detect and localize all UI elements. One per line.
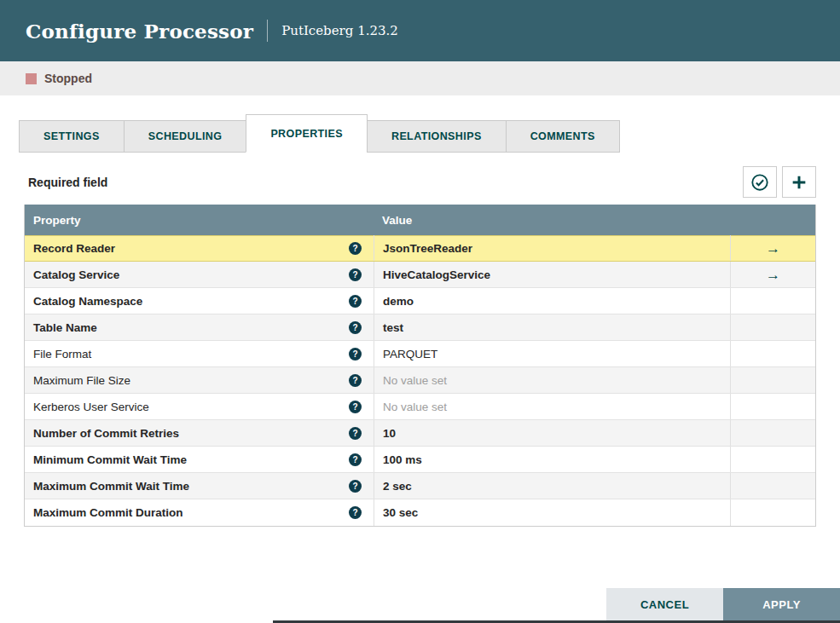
apply-button[interactable]: APPLY: [723, 588, 840, 620]
property-value[interactable]: test: [383, 321, 403, 334]
go-to-service-arrow-icon[interactable]: →: [766, 241, 780, 256]
help-icon[interactable]: ?: [349, 453, 362, 466]
help-icon[interactable]: ?: [349, 427, 362, 440]
table-toolbar: Required field: [24, 166, 816, 198]
table-row[interactable]: Catalog Service?HiveCatalogService→: [25, 262, 815, 288]
property-name: Maximum File Size: [33, 374, 130, 387]
tab-scheduling[interactable]: SCHEDULING: [124, 120, 247, 153]
status-bar: Stopped: [0, 61, 840, 95]
table-row[interactable]: Kerberos User Service?No value set: [25, 394, 815, 420]
table-row[interactable]: Number of Commit Retries?10: [25, 420, 815, 447]
tab-relationships[interactable]: RELATIONSHIPS: [367, 120, 507, 153]
property-value[interactable]: 2 sec: [383, 480, 412, 493]
help-icon[interactable]: ?: [349, 401, 362, 413]
property-name: Table Name: [33, 321, 97, 334]
help-icon[interactable]: ?: [349, 242, 362, 255]
help-icon[interactable]: ?: [349, 268, 362, 281]
tab-properties[interactable]: PROPERTIES: [246, 114, 368, 153]
help-icon[interactable]: ?: [349, 295, 362, 308]
property-value[interactable]: demo: [383, 295, 414, 308]
dialog-footer: CANCEL APPLY: [606, 588, 840, 620]
property-value[interactable]: 100 ms: [383, 453, 422, 466]
help-icon[interactable]: ?: [349, 348, 362, 361]
check-circle-icon: [750, 173, 769, 192]
properties-table-body: Record Reader?JsonTreeReader→Catalog Ser…: [25, 235, 815, 526]
property-value[interactable]: JsonTreeReader: [383, 242, 472, 255]
go-to-service-arrow-icon[interactable]: →: [766, 268, 780, 282]
property-value[interactable]: HiveCatalogService: [383, 268, 490, 281]
property-value[interactable]: 10: [383, 427, 396, 440]
header-divider: [267, 20, 268, 42]
column-header-value: Value: [374, 214, 730, 227]
table-row[interactable]: File Format?PARQUET: [25, 341, 815, 367]
table-row[interactable]: Maximum Commit Duration?30 sec: [25, 499, 815, 526]
dialog-title: Configure Processor: [26, 20, 253, 43]
property-name: Number of Commit Retries: [33, 427, 179, 440]
stopped-status-icon: [26, 73, 37, 84]
table-row[interactable]: Maximum Commit Wait Time?2 sec: [25, 473, 815, 499]
properties-table: Property Value Record Reader?JsonTreeRea…: [24, 205, 816, 527]
tab-comments[interactable]: COMMENTS: [506, 120, 620, 153]
table-row[interactable]: Maximum File Size?No value set: [25, 367, 815, 394]
help-icon[interactable]: ?: [349, 506, 362, 519]
plus-icon: [790, 173, 808, 192]
table-row[interactable]: Record Reader?JsonTreeReader→: [25, 235, 815, 262]
processor-type-version: PutIceberg 1.23.2: [281, 23, 398, 38]
table-row[interactable]: Catalog Namespace?demo: [25, 288, 815, 314]
panel-actions: [743, 166, 816, 198]
property-name: Catalog Namespace: [33, 295, 142, 308]
table-row[interactable]: Table Name?test: [25, 314, 815, 341]
status-label: Stopped: [44, 72, 92, 85]
property-name: Minimum Commit Wait Time: [33, 453, 187, 466]
cancel-button[interactable]: CANCEL: [606, 588, 723, 620]
verify-properties-button[interactable]: [743, 166, 777, 198]
property-name: Catalog Service: [33, 268, 119, 281]
property-name: File Format: [33, 348, 91, 361]
property-value[interactable]: No value set: [383, 401, 447, 413]
required-field-label: Required field: [24, 176, 107, 189]
column-header-property: Property: [25, 214, 374, 227]
property-name: Maximum Commit Duration: [33, 506, 183, 519]
configure-processor-dialog: Configure Processor PutIceberg 1.23.2 St…: [0, 0, 840, 527]
property-value[interactable]: PARQUET: [383, 348, 437, 361]
help-icon[interactable]: ?: [349, 321, 362, 334]
tab-settings[interactable]: SETTINGS: [19, 120, 125, 153]
help-icon[interactable]: ?: [349, 480, 362, 493]
property-name: Record Reader: [33, 242, 115, 255]
table-header-row: Property Value: [25, 205, 815, 235]
property-name: Maximum Commit Wait Time: [33, 480, 189, 493]
property-value[interactable]: 30 sec: [383, 506, 418, 519]
property-name: Kerberos User Service: [33, 401, 149, 413]
help-icon[interactable]: ?: [349, 374, 362, 387]
add-property-button[interactable]: [782, 166, 816, 198]
property-value[interactable]: No value set: [383, 374, 447, 387]
tab-bar: SETTINGSSCHEDULINGPROPERTIESRELATIONSHIP…: [19, 114, 816, 153]
table-row[interactable]: Minimum Commit Wait Time?100 ms: [25, 447, 815, 473]
dialog-header: Configure Processor PutIceberg 1.23.2: [0, 0, 840, 61]
